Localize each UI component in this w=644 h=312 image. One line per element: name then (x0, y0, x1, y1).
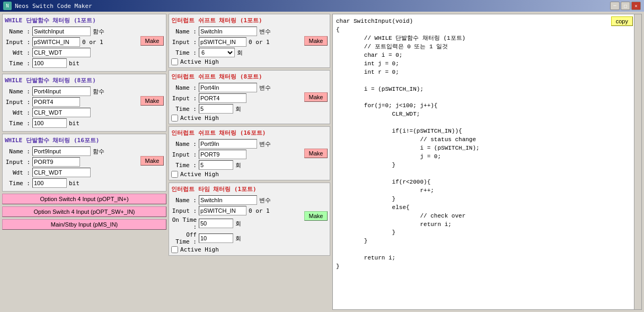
while1-wdt-input[interactable] (32, 48, 91, 57)
while16-time-unit: bit (69, 180, 80, 187)
intt-active-high-label: Active High (180, 246, 219, 253)
int16-fields: Name : 변수 Input : Time : 회 (171, 139, 302, 178)
int1-make-col: Make (304, 27, 328, 46)
int1-time-label: Time : (171, 49, 197, 56)
while16-time-input[interactable] (32, 178, 67, 188)
int16-input-field[interactable] (199, 150, 246, 159)
maximize-button[interactable]: □ (621, 2, 630, 10)
intt-active-high-checkbox[interactable] (171, 246, 178, 253)
int8-input-label: Input : (171, 95, 197, 102)
while1-name-label: Name : (5, 28, 30, 35)
app-title: Neos Switch Code Maker (15, 3, 92, 10)
int8-section: 인터럽트 쉬프트 채터링 (8포트) Name : 변수 Input : Tim… (169, 70, 330, 124)
while1-time-input[interactable] (32, 58, 67, 68)
int16-active-high-label: Active High (180, 171, 219, 178)
intt-name-input[interactable] (199, 195, 257, 205)
int1-name-input[interactable] (199, 27, 257, 36)
while1-input-field[interactable] (32, 37, 80, 47)
int8-name-unit: 변수 (259, 84, 271, 92)
copy-button[interactable]: copy (611, 16, 633, 26)
intt-input-unit: 0 or 1 (249, 207, 270, 214)
int1-make-button[interactable]: Make (304, 36, 328, 46)
int1-header: 인터럽트 쉬프트 채터링 (1포트) (171, 16, 328, 24)
intt-input-field[interactable] (199, 206, 246, 215)
intt-name-unit: 변수 (259, 196, 271, 204)
vertical-scrollbar[interactable] (634, 14, 641, 309)
while1-time-unit: bit (69, 60, 80, 67)
while16-wdt-label: Wdt : (5, 169, 30, 176)
while8-name-input[interactable] (32, 86, 91, 96)
int16-time-unit: 회 (235, 161, 241, 169)
close-button[interactable]: ✕ (631, 2, 641, 10)
int8-make-button[interactable]: Make (304, 92, 328, 102)
int1-input-label: Input : (171, 39, 197, 46)
while16-name-unit: 함수 (93, 148, 104, 155)
intt-offtime-input[interactable] (199, 233, 233, 243)
title-bar-buttons: ─ □ ✕ (610, 2, 641, 10)
while8-make-button[interactable]: Make (140, 96, 164, 106)
int1-name-unit: 변수 (259, 28, 271, 36)
while1-fields: Name : 함수 Input : 0 or 1 Wdt : Time (5, 27, 138, 69)
int8-active-high-label: Active High (180, 115, 219, 122)
while1-section: WHILE 단발함수 채터링 (1포트) Name : 함수 Input : 0… (2, 14, 166, 72)
left-panel: WHILE 단발함수 채터링 (1포트) Name : 함수 Input : 0… (2, 14, 166, 310)
int1-input-field[interactable] (199, 37, 246, 47)
while1-header: WHILE 단발함수 채터링 (1포트) (5, 16, 164, 24)
option-button-1[interactable]: Option Switch 4 Input (pOPT_SW+_IN) (2, 206, 166, 217)
while16-header: WHILE 단발함수 채터링 (16포트) (5, 136, 164, 144)
while1-name-input[interactable] (32, 27, 91, 36)
main-content: WHILE 단발함수 채터링 (1포트) Name : 함수 Input : 0… (0, 12, 644, 312)
int16-active-high-checkbox[interactable] (171, 171, 178, 178)
int1-input-unit: 0 or 1 (249, 39, 270, 46)
int1-time-unit: 회 (237, 49, 243, 57)
int16-input-label: Input : (171, 151, 197, 158)
int8-name-input[interactable] (199, 83, 257, 92)
intt-ontime-label: On Time : (171, 216, 197, 230)
while16-input-field[interactable] (32, 157, 80, 167)
option-buttons-container: Option Switch 4 Input (pOPT_IN+) Option … (2, 194, 166, 230)
int16-make-button[interactable]: Make (304, 149, 328, 158)
while8-wdt-input[interactable] (32, 108, 91, 117)
while1-input-label: Input : (5, 39, 30, 46)
intt-section: 인터럽트 타임 채터링 (1포트) Name : 변수 Input : 0 or… (169, 183, 330, 256)
middle-panel: 인터럽트 쉬프트 채터링 (1포트) Name : 변수 Input : 0 o… (169, 14, 330, 310)
while16-fields: Name : 함수 Input : Wdt : Time : (5, 146, 138, 189)
title-bar: N Neos Switch Code Maker ─ □ ✕ (0, 0, 644, 12)
intt-offtime-label: Off Time : (171, 231, 197, 245)
minimize-button[interactable]: ─ (610, 2, 620, 10)
int16-time-input[interactable] (199, 160, 233, 170)
while8-input-field[interactable] (32, 97, 80, 107)
while1-input-unit: 0 or 1 (82, 39, 103, 46)
while16-input-label: Input : (5, 159, 30, 166)
int1-name-label: Name : (171, 28, 197, 35)
right-panel: copy char SwitchInput(void) { // WHILE 단… (332, 14, 642, 310)
while16-wdt-input[interactable] (32, 168, 91, 177)
int1-active-high-checkbox[interactable] (171, 58, 178, 65)
int8-input-field[interactable] (199, 93, 246, 103)
intt-make-col: Make (304, 195, 328, 221)
intt-make-button[interactable]: Make (304, 211, 328, 221)
while16-name-label: Name : (5, 148, 30, 155)
int8-time-unit: 회 (235, 105, 241, 113)
while8-section: WHILE 단발함수 채터링 (8포트) Name : 함수 Input : W… (2, 74, 166, 132)
option-button-0[interactable]: Option Switch 4 Input (pOPT_IN+) (2, 194, 166, 204)
option-button-2[interactable]: Main/Stby Input (pMS_IN) (2, 219, 166, 230)
int16-header: 인터럽트 쉬프트 채터링 (16포트) (171, 129, 328, 137)
int16-name-input[interactable] (199, 139, 257, 149)
int1-time-select[interactable]: 6 7 8 (199, 48, 235, 57)
while16-section: WHILE 단발함수 채터링 (16포트) Name : 함수 Input : … (2, 134, 166, 192)
int8-active-high-checkbox[interactable] (171, 115, 178, 122)
int8-time-input[interactable] (199, 104, 233, 114)
intt-ontime-input[interactable] (199, 219, 233, 228)
int16-make-col: Make (304, 139, 328, 158)
intt-ontime-unit: 회 (235, 220, 241, 228)
int1-active-high-label: Active High (180, 58, 219, 65)
while8-wdt-label: Wdt : (5, 109, 30, 116)
while16-make-button[interactable]: Make (140, 156, 164, 166)
intt-header: 인터럽트 타임 채터링 (1포트) (171, 185, 328, 193)
while8-time-input[interactable] (32, 118, 67, 128)
while16-name-input[interactable] (32, 146, 91, 156)
int8-make-col: Make (304, 83, 328, 102)
while1-make-button[interactable]: Make (140, 36, 164, 46)
while8-fields: Name : 함수 Input : Wdt : Time : (5, 86, 138, 129)
